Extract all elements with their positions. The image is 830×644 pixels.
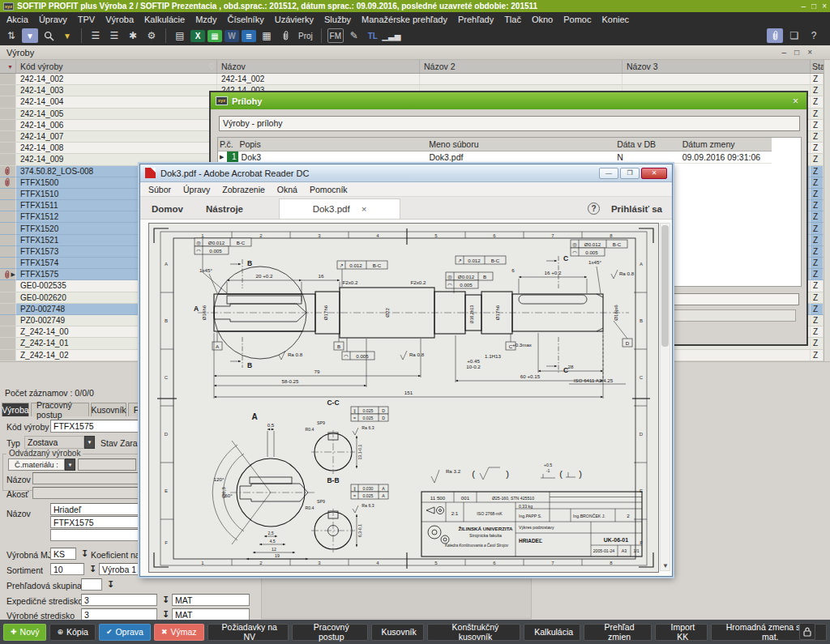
column-header-status[interactable]: Stav: [811, 60, 824, 73]
footer-button[interactable]: Kusovník: [371, 624, 424, 641]
shipping-center-field[interactable]: 3: [81, 594, 157, 606]
shipping-center-drop-icon[interactable]: ↧: [162, 595, 169, 605]
overview-group-drop-icon[interactable]: ↧: [107, 579, 114, 590]
maximize-button[interactable]: □: [811, 2, 816, 11]
form-tab[interactable]: Výroba: [2, 403, 29, 416]
overview-group-field[interactable]: [81, 578, 102, 591]
material-dropdown-button[interactable]: ▼: [65, 458, 75, 471]
type-dropdown-button[interactable]: ▼: [84, 436, 95, 449]
proj-button[interactable]: Proj: [296, 28, 315, 43]
name2-field-3[interactable]: [50, 529, 139, 541]
attachments-toggle-icon[interactable]: [767, 28, 783, 43]
pdf-restore-button[interactable]: ❐: [620, 168, 640, 179]
col-file[interactable]: Meno súboru: [427, 138, 615, 151]
menu-item[interactable]: Koniec: [601, 15, 629, 24]
attachment-row[interactable]: ▶ 1 Dok3 Dok3.pdf N 09.09.2016 09:31:06: [218, 151, 772, 164]
material-number-button[interactable]: Č.materiálu :: [8, 458, 65, 471]
tab-tools[interactable]: Nástroje: [195, 199, 255, 219]
table-row[interactable]: 242-14_002 242-14_002 Z: [0, 74, 830, 85]
dialog-close-button[interactable]: ×: [793, 96, 802, 107]
gear-icon[interactable]: ⚙: [143, 28, 160, 43]
text-export-icon[interactable]: ≣: [242, 30, 256, 42]
col-no[interactable]: P.č.: [218, 138, 237, 151]
list-icon[interactable]: ☰: [88, 28, 104, 43]
name-field[interactable]: [32, 472, 139, 484]
footer-button[interactable]: Konštrukčný kusovník: [427, 624, 520, 641]
menu-item[interactable]: TPV: [78, 15, 95, 24]
menu-item[interactable]: Prehľady: [458, 15, 494, 24]
sort-icon[interactable]: ⇅: [3, 28, 19, 43]
help-icon[interactable]: ?: [806, 28, 822, 43]
code-field[interactable]: FTFX1575: [50, 420, 139, 433]
form-tab[interactable]: Pracovný postup: [31, 403, 89, 416]
col-changed[interactable]: Dátum zmeny: [681, 138, 772, 151]
column-header-name2[interactable]: Názov 2: [420, 60, 622, 73]
word-export-icon[interactable]: W: [225, 30, 239, 42]
footer-button[interactable]: ⊕ Kópia: [49, 624, 95, 641]
mj-drop-icon[interactable]: ↧: [81, 548, 88, 559]
grid-export-icon[interactable]: ▦: [208, 30, 222, 42]
production-center-field[interactable]: 3: [81, 608, 157, 621]
menu-item[interactable]: Kalkulácie: [144, 15, 185, 24]
menu-item[interactable]: Služby: [324, 15, 351, 24]
child-close-button[interactable]: ×: [807, 48, 812, 57]
close-button[interactable]: ×: [822, 2, 827, 11]
col-desc[interactable]: Popis: [237, 138, 427, 151]
menu-item[interactable]: Úpravy: [39, 15, 67, 24]
pdf-menu-item[interactable]: Súbor: [148, 185, 171, 194]
sort-indicator-icon[interactable]: ▼: [7, 64, 13, 70]
pdf-menu-item[interactable]: Úpravy: [183, 185, 210, 194]
search-icon[interactable]: [41, 28, 57, 43]
pdf-close-button[interactable]: ✕: [641, 168, 667, 179]
edit-page-icon[interactable]: ✎: [346, 28, 362, 43]
child-minimize-button[interactable]: –: [782, 48, 787, 57]
filter-active-icon[interactable]: ▼: [22, 28, 38, 43]
detail-list-icon[interactable]: ☰: [106, 28, 122, 43]
minimize-button[interactable]: –: [802, 2, 806, 11]
paperclip-icon[interactable]: [277, 28, 293, 43]
pdf-menu-item[interactable]: Zobrazenie: [222, 185, 265, 194]
child-maximize-button[interactable]: □: [794, 48, 799, 57]
type-select[interactable]: Zostava: [24, 436, 84, 449]
tab-close-icon[interactable]: ×: [362, 204, 367, 214]
pdf-scrollbar[interactable]: ▼: [660, 223, 670, 571]
menu-item[interactable]: Číselníky: [227, 15, 263, 24]
menu-item[interactable]: Pomoc: [563, 15, 591, 24]
form-tab[interactable]: Kusovník: [91, 403, 126, 416]
star-icon[interactable]: ✱: [125, 28, 141, 43]
production-center-drop-icon[interactable]: ↧: [162, 609, 169, 620]
footer-button[interactable]: Kalkulácia: [524, 624, 580, 641]
sortiment-drop-icon[interactable]: ↧: [89, 564, 96, 574]
excel-export-icon[interactable]: X: [190, 30, 205, 42]
menu-item[interactable]: Výroba: [105, 15, 134, 24]
col-db[interactable]: Dáta v DB: [615, 138, 681, 151]
pdf-minimize-button[interactable]: —: [599, 168, 618, 179]
column-header-name3[interactable]: Názov 3: [622, 60, 811, 73]
footer-button[interactable]: Import KK: [655, 624, 708, 641]
footer-button[interactable]: Požiadavky na NV: [208, 624, 289, 641]
name2-field-1[interactable]: Hriadeľ: [50, 503, 139, 515]
menu-item[interactable]: Manažérske prehľady: [362, 15, 447, 24]
bar-chart-icon[interactable]: ▁▃▅: [383, 28, 400, 43]
mj-field[interactable]: KS: [50, 548, 76, 560]
name2-field-2[interactable]: FTFX1575: [50, 516, 139, 528]
quality-field[interactable]: [32, 487, 139, 499]
menu-item[interactable]: Uzávierky: [275, 15, 314, 24]
sortiment-name-field[interactable]: Výroba 1: [99, 563, 139, 575]
column-header-code[interactable]: Kód výroby ♡: [16, 60, 217, 73]
column-header-name[interactable]: Názov: [217, 60, 420, 73]
footer-button[interactable]: ✔ Oprava: [99, 624, 151, 641]
footer-button[interactable]: Pracovný postup: [292, 624, 368, 641]
scroll-down-icon[interactable]: ▼: [662, 562, 669, 569]
pdf-menu-item[interactable]: Pomocník: [310, 185, 348, 194]
lock-button[interactable]: [799, 623, 815, 640]
sign-in-button[interactable]: Prihlásiť sa: [611, 204, 662, 214]
footer-button[interactable]: ✖ Výmaz: [154, 624, 204, 641]
table-scrollbar[interactable]: [824, 60, 830, 361]
menu-item[interactable]: Mzdy: [195, 15, 216, 24]
tl-icon[interactable]: TL: [365, 28, 381, 43]
attachments-subject-field[interactable]: Výroby - prílohy: [219, 116, 800, 131]
pdf-scrollbar-thumb[interactable]: [661, 225, 669, 347]
funnel-icon[interactable]: ▼: [59, 28, 75, 43]
attachments-dialog-title-bar[interactable]: xyz Prílohy ×: [211, 92, 806, 109]
